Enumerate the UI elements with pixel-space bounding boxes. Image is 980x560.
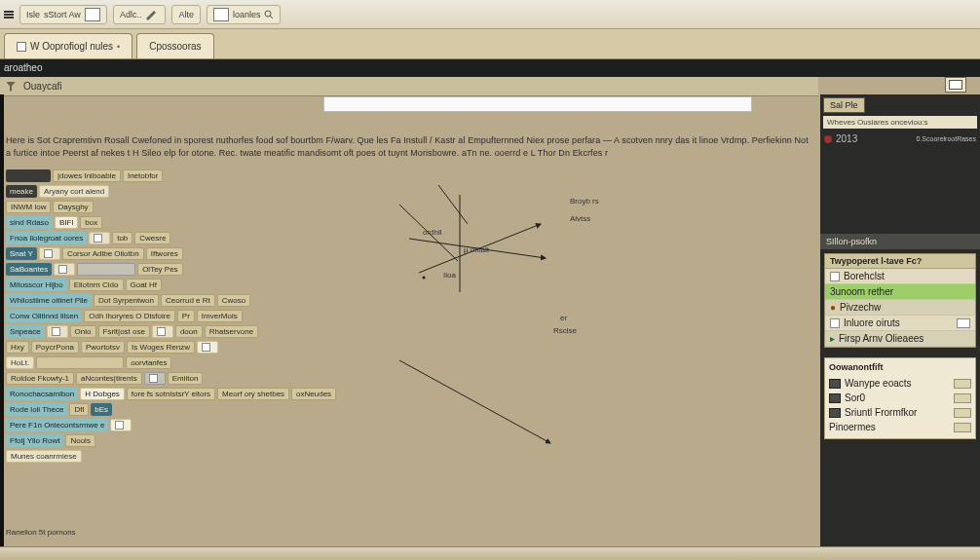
token[interactable]: Rhatservone	[205, 325, 258, 338]
token[interactable]: Fnoa llolegroat oores	[6, 232, 87, 244]
token[interactable]: Is Woges Renzw	[127, 341, 195, 354]
token[interactable]: Nools	[65, 434, 94, 447]
token[interactable]: Rode loil Thece	[6, 403, 67, 416]
token[interactable]: Snpeace	[6, 325, 45, 338]
token[interactable]: doon	[175, 325, 203, 338]
token[interactable]: ImverMois	[197, 310, 243, 322]
token[interactable]: HoLt.	[6, 356, 34, 369]
token[interactable]: INWM low	[6, 201, 51, 213]
token[interactable]	[77, 263, 135, 276]
token[interactable]: H Dobges	[80, 388, 125, 400]
token[interactable]: Aryany cort alend	[39, 185, 109, 198]
window-control[interactable]	[945, 77, 966, 93]
canvas-label: µ ofitalt	[464, 245, 489, 254]
dropdown[interactable]	[954, 423, 971, 432]
token[interactable]: PoycrPona	[31, 341, 79, 354]
token[interactable]	[36, 356, 124, 369]
token[interactable]	[6, 169, 51, 182]
tool-label: Isle	[26, 10, 40, 19]
token[interactable]: sind Rdaso	[6, 216, 53, 229]
token[interactable]	[110, 419, 132, 431]
token[interactable]: |dowes Iniboable	[53, 169, 121, 182]
token[interactable]: Corsor Adlbe Oilotbn	[62, 247, 144, 260]
token[interactable]: Dot Syrpentwon	[94, 294, 159, 307]
rp-row[interactable]: ▸Firsp Arnv Olieaees	[825, 331, 975, 347]
token[interactable]: Hxy	[6, 341, 29, 354]
rp-tab[interactable]: Sal Ple	[823, 97, 865, 113]
rp-row[interactable]: Borehclst	[825, 269, 975, 284]
token[interactable]	[39, 247, 60, 260]
token[interactable]: Pr	[177, 310, 195, 322]
token[interactable]	[197, 341, 218, 354]
token[interactable]: Pwortotsv	[81, 341, 125, 354]
tab-1[interactable]: W Ooprofiogl nules •	[4, 33, 132, 58]
token[interactable]	[54, 263, 75, 276]
rp-row-selected[interactable]: 3unoom rether	[825, 284, 975, 300]
token[interactable]: OlTey Pes	[137, 263, 182, 276]
token[interactable]: Iftwores	[146, 247, 183, 260]
menu-icon[interactable]	[4, 11, 14, 19]
token[interactable]: fore fs sotnistsrY eitors	[127, 388, 215, 400]
rp-conv-row[interactable]: Sriuntl Frormfkor	[829, 405, 971, 420]
dropdown[interactable]	[954, 408, 971, 418]
tool-group-4[interactable]: loanles	[207, 5, 282, 24]
token[interactable]: Meorf ory shetbes	[217, 388, 289, 400]
field-input[interactable]	[957, 318, 970, 328]
token[interactable]: oorvtanfes	[126, 356, 171, 369]
token[interactable]: Ceorrud e Rt	[161, 294, 215, 307]
address-input[interactable]	[323, 96, 752, 112]
token[interactable]: Mitosscor Hijbo	[6, 279, 67, 291]
token[interactable]: Cwoso	[217, 294, 250, 307]
tool-group-1[interactable]: Isle sStort Aw	[19, 5, 107, 24]
close-icon[interactable]: •	[117, 42, 120, 52]
token[interactable]: BIFl	[55, 216, 78, 229]
token[interactable]	[47, 325, 68, 338]
token[interactable]: meake	[6, 185, 37, 198]
diagram-canvas[interactable]: Broyb rs Alvtss er Rsclse ordhll µ ofita…	[399, 166, 809, 458]
token[interactable]: Ffotj Yllo Rowt	[6, 434, 63, 447]
dropdown[interactable]	[954, 379, 971, 389]
token[interactable]: oxNeudes	[291, 388, 336, 400]
token[interactable]: Whilostiime oitinet Pile	[6, 294, 92, 307]
token[interactable]: Snat Y	[6, 247, 37, 260]
token[interactable]: Munes coanrmiese	[6, 450, 82, 463]
token[interactable]: tob	[112, 232, 132, 244]
token[interactable]: Odh lhoryres O Disfoire	[84, 310, 175, 322]
token[interactable]: Inetobfor	[123, 169, 164, 182]
rp-conv-title: Oowanontfift	[829, 362, 971, 372]
rp-conv-row[interactable]: Sor0	[829, 391, 971, 405]
tab-2[interactable]: Cpossooras	[136, 33, 213, 58]
tool-group-2[interactable]: Adlc..	[113, 5, 167, 24]
rp-convert-box: Oowanontfift Wanype eoacts Sor0 Sriuntl …	[824, 357, 976, 439]
token[interactable]	[152, 325, 173, 338]
token[interactable]: Daysghy	[53, 201, 93, 213]
dropdown[interactable]	[954, 393, 971, 403]
token[interactable]: Pere F1n Onlecontsrmwe e	[6, 419, 108, 431]
rp-row[interactable]: ●Pivzechw	[825, 300, 975, 316]
token[interactable]: Goat Hf	[126, 279, 163, 291]
token[interactable]: aNcontes|tirents	[76, 372, 142, 385]
token[interactable]: Ronochacsamibon	[6, 388, 78, 400]
token[interactable]: Cwesre	[134, 232, 170, 244]
rp-conv-row[interactable]: Pinoermes	[829, 420, 971, 434]
token[interactable]: bEs	[91, 403, 112, 416]
token[interactable]: Ellotnrn Cido	[69, 279, 124, 291]
footer-note: Ranelion 5t pornons	[6, 528, 76, 537]
token[interactable]	[89, 232, 110, 244]
rp-row[interactable]: Inluore oiruts	[825, 316, 975, 331]
token[interactable]: Conw Olitinnd lilsen	[6, 310, 82, 322]
token[interactable]: box	[80, 216, 102, 229]
token-area: |dowes IniboableInetobfor meakeAryany co…	[6, 169, 396, 466]
token[interactable]	[144, 372, 166, 385]
token[interactable]: Emiiton	[168, 372, 204, 385]
token[interactable]: Dfl	[69, 403, 89, 416]
funnel-icon[interactable]	[6, 82, 16, 92]
token[interactable]: SaBoantes	[6, 263, 52, 276]
rp-conv-row[interactable]: Wanype eoacts	[829, 376, 971, 391]
left-edge	[0, 94, 4, 546]
token[interactable]: Fsrlt|ost ose	[98, 325, 150, 338]
tool-group-3[interactable]: Alte	[171, 5, 201, 24]
token[interactable]: Roldoe Fkowty-1	[6, 372, 74, 385]
rp-properties-box: Twypoperet l-tave Fc? Borehclst 3unoom r…	[824, 253, 976, 348]
token[interactable]: Onlo	[70, 325, 96, 338]
